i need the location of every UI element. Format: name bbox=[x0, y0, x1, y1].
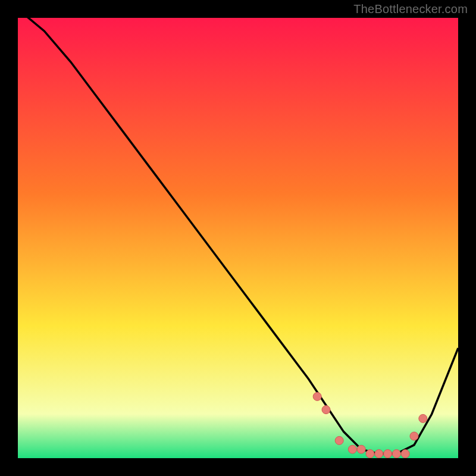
chart-container: TheBottlenecker.com bbox=[0, 0, 476, 476]
chart-svg bbox=[18, 18, 458, 458]
curve-marker bbox=[392, 450, 400, 458]
curve-marker bbox=[322, 406, 330, 414]
curve-marker bbox=[366, 450, 374, 458]
curve-marker bbox=[401, 450, 409, 458]
curve-marker bbox=[375, 450, 383, 458]
plot-area bbox=[18, 18, 458, 458]
curve-marker bbox=[419, 414, 427, 422]
curve-marker bbox=[410, 432, 418, 440]
gradient-background bbox=[18, 18, 458, 458]
curve-marker bbox=[335, 436, 343, 444]
curve-marker bbox=[348, 445, 356, 453]
attribution-text: TheBottlenecker.com bbox=[353, 2, 468, 16]
curve-marker bbox=[384, 450, 392, 458]
curve-marker bbox=[357, 445, 365, 453]
curve-marker bbox=[313, 392, 321, 400]
